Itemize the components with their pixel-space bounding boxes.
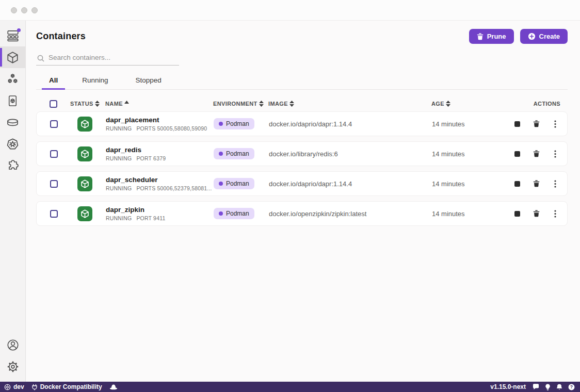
stop-container-button[interactable] xyxy=(509,146,525,161)
container-state-ports: RUNNINGPORT 9411 xyxy=(106,215,214,221)
running-status-icon xyxy=(77,117,92,132)
container-image: docker.io/daprio/dapr:1.14.4 xyxy=(269,180,432,188)
container-name: dapr_redis xyxy=(106,146,214,154)
trash-icon xyxy=(533,150,540,157)
window-close-button[interactable] xyxy=(11,7,17,13)
notifications-bell-icon[interactable] xyxy=(556,384,562,390)
kebab-menu-icon xyxy=(554,120,556,128)
container-name: dapr_placement xyxy=(106,116,214,124)
sidebar-item-settings[interactable] xyxy=(0,356,25,378)
statusbar-dev-mode[interactable]: dev xyxy=(4,383,24,390)
column-header-image[interactable]: IMAGE xyxy=(268,101,431,107)
column-header-actions: ACTIONS xyxy=(490,101,568,107)
account-icon xyxy=(6,338,20,352)
delete-container-button[interactable] xyxy=(528,146,544,161)
plug-icon xyxy=(31,384,38,390)
container-image: docker.io/daprio/dapr:1.14.4 xyxy=(269,120,432,128)
more-actions-button[interactable] xyxy=(547,206,563,221)
sort-icon xyxy=(95,101,100,107)
stop-container-button[interactable] xyxy=(509,206,525,221)
container-age: 14 minutes xyxy=(432,210,490,218)
container-row-dapr-placement[interactable]: dapr_placement RUNNINGPORTS 50005,58080,… xyxy=(36,111,568,136)
sidebar-item-containers[interactable] xyxy=(0,46,25,68)
environment-badge: Podman xyxy=(214,118,254,129)
sidebar-item-images[interactable] xyxy=(0,90,25,111)
search-icon xyxy=(37,55,44,62)
trash-icon xyxy=(533,180,540,187)
help-icon[interactable]: ? xyxy=(568,384,575,390)
sort-icon xyxy=(259,101,264,107)
container-row-dapr-scheduler[interactable]: dapr_scheduler RUNNINGPORTS 50006,52379,… xyxy=(36,171,568,196)
tab-stopped[interactable]: Stopped xyxy=(128,73,169,90)
sidebar-item-extensions[interactable] xyxy=(0,155,25,176)
more-actions-button[interactable] xyxy=(547,176,563,191)
containers-page: Containers Prune xyxy=(26,21,580,382)
stop-icon xyxy=(514,151,520,157)
tab-running[interactable]: Running xyxy=(75,73,115,90)
podman-dot-icon xyxy=(219,122,223,126)
titlebar xyxy=(0,0,580,21)
column-header-status[interactable]: STATUS xyxy=(70,101,105,107)
sort-icon xyxy=(289,101,294,107)
sidebar xyxy=(0,21,26,382)
dev-mode-icon xyxy=(4,384,11,390)
delete-container-button[interactable] xyxy=(528,116,544,132)
extensions-puzzle-icon xyxy=(6,159,20,172)
container-row-dapr-zipkin[interactable]: dapr_zipkin RUNNINGPORT 9411 Podman dock… xyxy=(36,201,568,226)
sidebar-item-kubernetes[interactable] xyxy=(0,133,25,155)
trash-icon xyxy=(533,120,540,127)
column-header-age[interactable]: AGE xyxy=(431,101,490,107)
search-input[interactable] xyxy=(36,51,179,66)
window-zoom-button[interactable] xyxy=(31,7,38,13)
feedback-icon[interactable] xyxy=(533,384,539,390)
tab-all[interactable]: All xyxy=(42,73,65,90)
sidebar-item-volumes[interactable] xyxy=(0,111,25,133)
container-age: 14 minutes xyxy=(432,120,490,128)
delete-container-button[interactable] xyxy=(528,206,544,221)
container-state-ports: RUNNINGPORTS 50006,52379,58081... xyxy=(106,185,214,191)
stop-icon xyxy=(514,211,520,217)
delete-container-button[interactable] xyxy=(528,176,544,191)
images-icon xyxy=(6,94,19,107)
kebab-menu-icon xyxy=(554,150,556,158)
statusbar-docker-compatibility[interactable]: Docker Compatibility xyxy=(31,383,102,390)
stop-icon xyxy=(514,121,520,127)
container-state-ports: RUNNINGPORTS 50005,58080,59090 xyxy=(106,125,214,132)
trash-icon xyxy=(477,33,484,40)
container-name: dapr_scheduler xyxy=(106,176,214,184)
search-box xyxy=(36,51,179,66)
podman-dot-icon xyxy=(219,211,223,216)
create-button[interactable]: Create xyxy=(520,29,568,44)
settings-gear-icon xyxy=(6,360,20,373)
sort-ascending-icon xyxy=(124,101,129,104)
stop-container-button[interactable] xyxy=(509,176,525,191)
more-actions-button[interactable] xyxy=(547,146,563,161)
row-checkbox[interactable] xyxy=(50,150,58,158)
sidebar-item-dashboard[interactable] xyxy=(0,25,25,46)
column-header-environment[interactable]: ENVIRONMENT xyxy=(213,101,268,107)
sidebar-item-account[interactable] xyxy=(0,334,25,356)
stop-container-button[interactable] xyxy=(509,116,525,132)
select-all-checkbox[interactable] xyxy=(50,100,57,108)
column-header-name[interactable]: NAME xyxy=(105,101,213,107)
row-checkbox[interactable] xyxy=(50,180,58,188)
plus-circle-icon xyxy=(528,32,536,40)
sidebar-item-pods[interactable] xyxy=(0,68,25,90)
container-image: docker.io/openzipkin/zipkin:latest xyxy=(269,210,432,218)
podman-machine-hat-icon[interactable] xyxy=(109,384,118,390)
volumes-icon xyxy=(6,116,20,129)
environment-badge: Podman xyxy=(214,208,254,219)
podman-desktop-window: Containers Prune xyxy=(0,0,580,392)
containers-cube-icon xyxy=(6,51,20,64)
prune-button[interactable]: Prune xyxy=(469,29,514,44)
table-header: STATUS NAME ENVIRONMENT xyxy=(36,96,568,111)
more-actions-button[interactable] xyxy=(547,116,563,132)
pods-icon xyxy=(6,72,20,86)
container-image: docker.io/library/redis:6 xyxy=(269,150,432,158)
container-row-dapr-redis[interactable]: dapr_redis RUNNINGPORT 6379 Podman docke… xyxy=(36,141,568,166)
row-checkbox[interactable] xyxy=(50,120,58,128)
lightbulb-icon[interactable] xyxy=(545,384,551,390)
kebab-menu-icon xyxy=(554,180,556,188)
row-checkbox[interactable] xyxy=(50,210,58,218)
window-minimize-button[interactable] xyxy=(21,7,27,13)
